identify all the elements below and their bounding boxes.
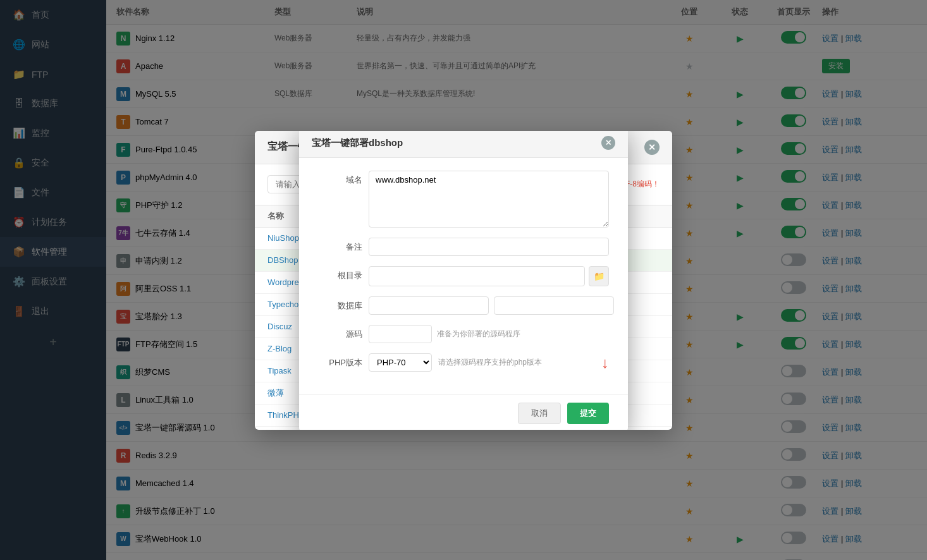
source-label: 源码	[318, 325, 362, 340]
submit-button[interactable]: 提交	[567, 403, 609, 424]
source-row: dbshop 准备为你部署的源码程序	[369, 325, 609, 343]
cancel-button[interactable]: 取消	[518, 403, 561, 424]
php-select[interactable]: PHP-70 PHP-56 PHP-54 PHP-52	[369, 353, 432, 372]
modal-inner-body: 域名 www.dbshop.net 备注 www.dbshop.net 根目录 …	[299, 158, 628, 394]
form-row-root: 根目录 /www/wwwroot/www.dbshop.net 📁	[318, 266, 609, 286]
modal-outer-close-button[interactable]: ✕	[644, 140, 660, 155]
folder-icon[interactable]: 📁	[589, 266, 609, 286]
arrow-down-icon: ↓	[601, 354, 609, 372]
source-hint: 准备为你部署的源码程序	[437, 329, 520, 339]
domain-input[interactable]: www.dbshop.net	[369, 171, 609, 228]
php-select-wrap: PHP-70 PHP-56 PHP-54 PHP-52 请选择源码程序支持的ph…	[369, 353, 609, 372]
remark-label: 备注	[318, 238, 362, 253]
modal-inner-footer: 取消 提交	[299, 394, 628, 430]
modal-inner-header: 宝塔一键部署dbshop ✕	[299, 131, 628, 159]
modal-inner: 宝塔一键部署dbshop ✕ 域名 www.dbshop.net 备注 www.…	[299, 131, 628, 430]
db-label: 数据库	[318, 296, 362, 312]
source-input[interactable]: dbshop	[369, 325, 432, 343]
form-row-domain: 域名 www.dbshop.net	[318, 171, 609, 228]
modal-inner-title: 宝塔一键部署dbshop	[312, 137, 403, 149]
root-input[interactable]: /www/wwwroot/www.dbshop.net	[369, 266, 585, 286]
db-name-input[interactable]: www_dbshop_net	[369, 296, 489, 315]
form-row-db: 数据库 www_dbshop_net fD7KPpbSek	[318, 296, 609, 315]
remark-input[interactable]: www.dbshop.net	[369, 238, 609, 256]
modal-inner-close-button[interactable]: ✕	[601, 136, 615, 150]
modal-overlay: 宝塔一键部署源码 ✕ 查找 注意：除非有注明，否则均为UTF-8编码！ 名称 操…	[0, 0, 927, 560]
root-label: 根目录	[318, 266, 362, 281]
php-hint: 请选择源码程序支持的php版本	[438, 357, 542, 368]
root-input-wrap: /www/wwwroot/www.dbshop.net 📁	[369, 266, 609, 286]
db-inputs-wrap: www_dbshop_net fD7KPpbSek	[369, 296, 614, 315]
php-label: PHP版本	[318, 353, 362, 368]
form-row-php: PHP版本 PHP-70 PHP-56 PHP-54 PHP-52 请选择源码程…	[318, 353, 609, 372]
form-row-source: 源码 dbshop 准备为你部署的源码程序	[318, 325, 609, 343]
db-password-input[interactable]: fD7KPpbSek	[494, 296, 614, 315]
domain-label: 域名	[318, 171, 362, 186]
form-row-remark: 备注 www.dbshop.net	[318, 238, 609, 256]
modal-outer: 宝塔一键部署源码 ✕ 查找 注意：除非有注明，否则均为UTF-8编码！ 名称 操…	[255, 131, 672, 430]
